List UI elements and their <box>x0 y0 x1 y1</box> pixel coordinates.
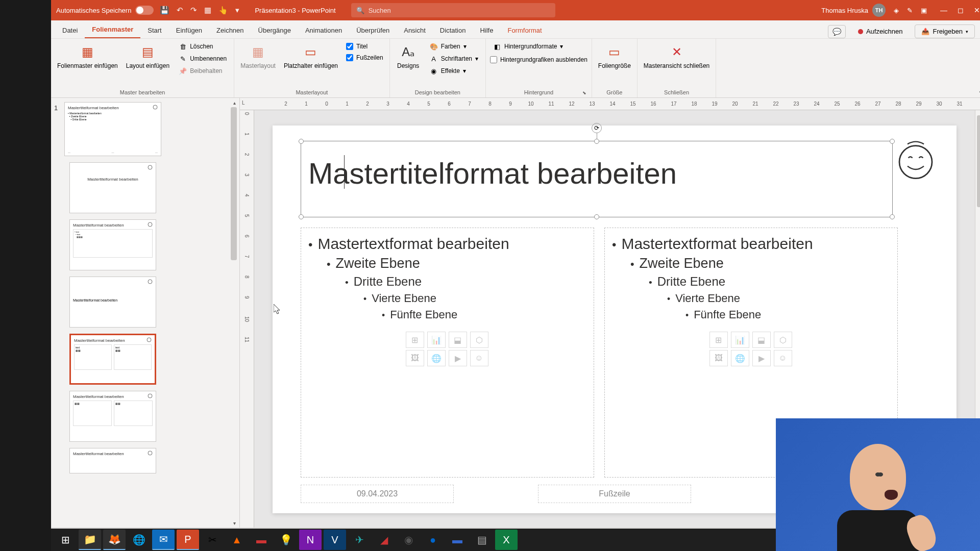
chrome-icon[interactable]: 🌐 <box>128 530 150 550</box>
telegram-icon[interactable]: ✈ <box>348 530 371 550</box>
thumb-layout-6[interactable]: Mastertitelformat bearbeiten <box>69 448 156 473</box>
pen-icon[interactable]: ✎ <box>907 7 913 14</box>
avatar[interactable]: TH <box>872 4 886 17</box>
fonts-button[interactable]: ASchriftarten ▾ <box>427 53 481 64</box>
thumb-layout-4[interactable]: Mastertitelformat bearbeiten text▦▦text▦… <box>69 334 156 385</box>
insert-chart-icon[interactable]: 📊 <box>427 332 446 348</box>
tab-dictation[interactable]: Dictation <box>433 22 473 38</box>
scroll-up-icon[interactable]: ▴ <box>229 98 239 107</box>
insert-3d-icon[interactable]: ⬡ <box>774 332 792 348</box>
scroll-down-icon[interactable]: ▾ <box>229 518 239 528</box>
thumb-layout-3[interactable]: Mastertitelformat bearbeiten <box>69 277 156 328</box>
insert-smartart-icon[interactable]: ⬓ <box>449 332 467 348</box>
colors-button[interactable]: 🎨Farben ▾ <box>427 41 481 52</box>
user-account[interactable]: Thomas Hruska TH <box>821 4 886 17</box>
share-button[interactable]: 📤Freigeben▾ <box>915 24 975 38</box>
smiley-icon[interactable] <box>895 141 936 182</box>
app-v-icon[interactable]: V <box>324 530 346 550</box>
footer-text-placeholder[interactable]: Fußzeile <box>538 485 691 503</box>
touch-icon[interactable]: 👆 <box>218 6 228 15</box>
app-icon-6[interactable]: ▤ <box>471 530 493 550</box>
thumb-layout-2[interactable]: Mastertitelformat bearbeiten • text • te… <box>69 219 156 270</box>
vlc-icon[interactable]: ▲ <box>226 530 248 550</box>
slide-size-button[interactable]: ▭Foliengröße <box>596 41 633 71</box>
effects-button[interactable]: ◉Effekte ▾ <box>427 65 481 77</box>
search-box[interactable]: 🔍 <box>351 3 555 17</box>
app-icon-4[interactable]: ● <box>422 530 444 550</box>
insert-picture-icon[interactable]: 🖼 <box>406 350 424 366</box>
delete-button[interactable]: 🗑Löschen <box>176 41 230 52</box>
app-icon-5[interactable]: ▬ <box>446 530 469 550</box>
footers-checkbox[interactable]: Fußzeilen <box>346 54 383 61</box>
powerpoint-icon[interactable]: P <box>177 530 199 550</box>
tab-draw[interactable]: Zeichnen <box>209 22 251 38</box>
obs-icon[interactable]: ◉ <box>397 530 420 550</box>
app-icon-1[interactable]: ▬ <box>250 530 273 550</box>
insert-icon-icon[interactable]: ☺ <box>470 350 488 366</box>
record-button[interactable]: Aufzeichnen <box>852 25 909 38</box>
horizontal-ruler[interactable]: L 21012345678910111213141516171819202122… <box>240 98 980 110</box>
app-icon-3[interactable]: ◢ <box>373 530 395 550</box>
insert-picture-icon[interactable]: 🖼 <box>709 350 728 366</box>
slide-title-text[interactable]: Mastertitelformat bearbeiten <box>308 156 677 190</box>
insert-icon-icon[interactable]: ☺ <box>774 350 792 366</box>
undo-icon[interactable]: ↶ <box>177 6 183 15</box>
tab-insert[interactable]: Einfügen <box>169 22 209 38</box>
bg-formats-button[interactable]: ◧Hintergrundformate ▾ <box>490 41 587 52</box>
window-icon[interactable]: ▣ <box>921 7 927 14</box>
close-master-button[interactable]: ✕Masteransicht schließen <box>642 41 712 71</box>
insert-online-pic-icon[interactable]: 🌐 <box>731 350 749 366</box>
start-button[interactable]: ⊞ <box>54 530 77 550</box>
tab-slidemaster[interactable]: Folienmaster <box>85 21 140 38</box>
hide-bg-checkbox[interactable]: Hintergrundgrafiken ausblenden <box>490 56 587 63</box>
minimize-icon[interactable]: — <box>940 6 947 14</box>
tab-file[interactable]: Datei <box>55 22 85 38</box>
firefox-icon[interactable]: 🦊 <box>103 530 126 550</box>
insert-video-icon[interactable]: ▶ <box>752 350 771 366</box>
footer-date-placeholder[interactable]: 09.04.2023 <box>301 485 454 503</box>
save-icon[interactable]: 💾 <box>160 6 169 15</box>
thumb-layout-5[interactable]: Mastertitelformat bearbeiten ▦▦▦▦ <box>69 391 156 442</box>
content-placeholder-left[interactable]: •Mastertextformat bearbeiten •Zweite Ebe… <box>301 228 594 478</box>
tab-review[interactable]: Überprüfen <box>349 22 397 38</box>
maximize-icon[interactable]: ◻ <box>958 6 964 14</box>
thumb-scrollbar[interactable] <box>231 107 237 260</box>
tab-transitions[interactable]: Übergänge <box>251 22 298 38</box>
insert-smartart-icon[interactable]: ⬓ <box>752 332 771 348</box>
present-icon[interactable]: ▦ <box>204 6 211 15</box>
tab-help[interactable]: Hilfe <box>473 22 500 38</box>
excel-icon[interactable]: X <box>495 530 518 550</box>
autosave-toggle[interactable]: Automatisches Speichern <box>56 6 154 15</box>
insert-placeholder-button[interactable]: ▭Platzhalter einfügen <box>282 41 340 71</box>
explorer-icon[interactable]: 📁 <box>79 530 101 550</box>
insert-3d-icon[interactable]: ⬡ <box>470 332 488 348</box>
insert-chart-icon[interactable]: 📊 <box>731 332 749 348</box>
snip-icon[interactable]: ✂ <box>201 530 224 550</box>
search-input[interactable] <box>369 7 550 14</box>
insert-table-icon[interactable]: ⊞ <box>709 332 728 348</box>
insert-layout-button[interactable]: ▤Layout einfügen <box>124 41 172 71</box>
rename-button[interactable]: ✎Umbenennen <box>176 53 230 64</box>
app-icon-2[interactable]: 💡 <box>275 530 297 550</box>
vertical-ruler[interactable]: 01234567891011 <box>240 110 254 528</box>
thumb-master[interactable]: Mastertitelformat bearbeiten • Mastertex… <box>64 102 161 156</box>
tab-animations[interactable]: Animationen <box>298 22 349 38</box>
designs-button[interactable]: AₐDesigns <box>394 41 423 71</box>
outlook-icon[interactable]: ✉ <box>152 530 175 550</box>
tab-shapeformat[interactable]: Formformat <box>500 22 549 38</box>
redo-icon[interactable]: ↷ <box>190 6 197 15</box>
close-icon[interactable]: ✕ <box>974 6 980 14</box>
diamond-icon[interactable]: ◈ <box>894 7 899 14</box>
insert-table-icon[interactable]: ⊞ <box>406 332 424 348</box>
tab-start[interactable]: Start <box>140 22 168 38</box>
rotate-handle[interactable]: ⟳ <box>592 123 602 133</box>
insert-online-pic-icon[interactable]: 🌐 <box>427 350 446 366</box>
onenote-icon[interactable]: N <box>299 530 322 550</box>
qat-dropdown-icon[interactable]: ▾ <box>235 6 239 15</box>
title-checkbox[interactable]: Titel <box>346 43 383 50</box>
tab-view[interactable]: Ansicht <box>397 22 433 38</box>
comments-icon[interactable]: 💬 <box>828 25 846 38</box>
insert-video-icon[interactable]: ▶ <box>449 350 467 366</box>
thumb-layout-1[interactable]: Mastertitelformat bearbeiten <box>69 162 156 213</box>
bg-dialog-launcher[interactable]: ⬊ <box>582 90 586 95</box>
